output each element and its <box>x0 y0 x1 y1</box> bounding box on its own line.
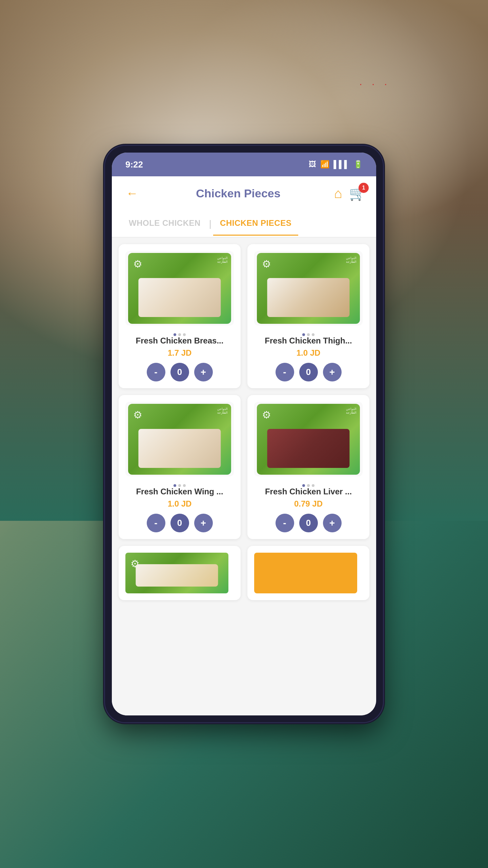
package-breast: ⚙ الدواجنالطازجة <box>128 253 231 324</box>
minus-button-breast[interactable]: - <box>147 363 165 381</box>
indicator-dots-1 <box>174 333 186 336</box>
dot <box>183 333 186 336</box>
battery-icon: 🔋 <box>353 160 363 169</box>
product-price-wing: 1.0 JD <box>168 499 192 509</box>
partial-cards: ⚙ <box>119 546 369 600</box>
minus-button-wing[interactable]: - <box>147 514 165 532</box>
dot <box>183 484 186 487</box>
partial-tray-1 <box>136 564 218 587</box>
quantity-control-liver: - 0 + <box>276 514 342 532</box>
cart-badge: 1 <box>359 183 369 193</box>
product-image-thigh: ⚙ الدواجنالطازجة <box>254 251 363 326</box>
app-header: ← Chicken Pieces ⌂ 🛒 1 <box>112 176 376 210</box>
tray-liver <box>267 429 349 468</box>
quantity-control-thigh: - 0 + <box>276 363 342 381</box>
product-image-breast: ⚙ الدواجنالطازجة <box>125 251 234 326</box>
dot <box>307 333 310 336</box>
quantity-value-thigh: 0 <box>299 363 318 381</box>
windmill-icon-1: ⚙ <box>133 258 142 270</box>
package-wing: ⚙ الدواجنالطازجة <box>128 404 231 475</box>
dot <box>174 333 176 336</box>
partial-card-2 <box>247 546 369 600</box>
status-time: 9:22 <box>125 159 143 170</box>
product-card-chicken-wing: ⚙ الدواجنالطازجة Fresh Chicken Wing ... … <box>119 395 241 539</box>
products-scroll[interactable]: ⚙ الدواجنالطازجة Fresh Chicken Breas... … <box>112 237 376 715</box>
product-name-wing: Fresh Chicken Wing ... <box>125 487 234 496</box>
product-card-chicken-liver: ⚙ الدواجنالطازجة Fresh Chicken Liver ...… <box>247 395 369 539</box>
package-text-3: الدواجنالطازجة <box>217 407 228 415</box>
products-grid: ⚙ الدواجنالطازجة Fresh Chicken Breas... … <box>119 244 369 539</box>
product-name-breast: Fresh Chicken Breas... <box>125 336 234 346</box>
dot <box>302 333 305 336</box>
partial-card-1: ⚙ <box>119 546 241 600</box>
package-text-2: الدواجنالطازجة <box>346 256 357 264</box>
package-thigh: ⚙ الدواجنالطازجة <box>257 253 360 324</box>
product-card-chicken-breast: ⚙ الدواجنالطازجة Fresh Chicken Breas... … <box>119 244 241 388</box>
wifi-icon: 📶 <box>320 160 329 169</box>
windmill-icon-4: ⚙ <box>262 409 271 421</box>
tray-wing <box>138 429 221 468</box>
minus-button-liver[interactable]: - <box>276 514 294 532</box>
plus-button-breast[interactable]: + <box>194 363 213 381</box>
tray-breast <box>138 278 221 317</box>
plus-button-wing[interactable]: + <box>194 514 213 532</box>
quantity-control-wing: - 0 + <box>147 514 213 532</box>
product-image-liver: ⚙ الدواجنالطازجة <box>254 402 363 476</box>
product-price-breast: 1.7 JD <box>168 348 192 358</box>
tray-thigh <box>267 278 349 317</box>
home-icon[interactable]: ⌂ <box>334 186 342 201</box>
quantity-value-wing: 0 <box>170 514 189 532</box>
dot <box>312 484 314 487</box>
page-title: Chicken Pieces <box>142 187 334 200</box>
dot <box>307 484 310 487</box>
status-bar: 9:22 🖼 📶 ▌▌▌ 🔋 <box>112 153 376 176</box>
quantity-control-breast: - 0 + <box>147 363 213 381</box>
cart-button[interactable]: 🛒 1 <box>349 185 366 201</box>
product-name-thigh: Fresh Chicken Thigh... <box>254 336 363 346</box>
gallery-icon: 🖼 <box>309 160 316 169</box>
package-liver: ⚙ الدواجنالطازجة <box>257 404 360 475</box>
back-arrow-icon: ← <box>126 186 138 200</box>
windmill-icon-3: ⚙ <box>133 409 142 421</box>
product-price-thigh: 1.0 JD <box>297 348 321 358</box>
package-text-1: الدواجنالطازجة <box>217 256 228 264</box>
back-button[interactable]: ← <box>122 183 142 203</box>
partial-package-2 <box>254 553 357 593</box>
dot <box>178 333 181 336</box>
product-card-chicken-thigh: ⚙ الدواجنالطازجة Fresh Chicken Thigh... … <box>247 244 369 388</box>
tab-chicken-pieces[interactable]: CHICKEN PIECES <box>213 212 298 236</box>
product-name-liver: Fresh Chicken Liver ... <box>254 487 363 496</box>
signal-icon: ▌▌▌ <box>333 160 349 169</box>
minus-button-thigh[interactable]: - <box>276 363 294 381</box>
plus-button-liver[interactable]: + <box>323 514 342 532</box>
quantity-value-liver: 0 <box>299 514 318 532</box>
plus-button-thigh[interactable]: + <box>323 363 342 381</box>
tabs-container: WHOLE CHICKEN | CHICKEN PIECES <box>112 210 376 237</box>
dot <box>178 484 181 487</box>
tab-divider: | <box>209 218 211 229</box>
tab-whole-chicken[interactable]: WHOLE CHICKEN <box>122 212 207 236</box>
product-price-liver: 0.79 JD <box>294 499 323 509</box>
product-image-wing: ⚙ الدواجنالطازجة <box>125 402 234 476</box>
header-icons: ⌂ 🛒 1 <box>334 185 366 201</box>
dot <box>312 333 314 336</box>
dot <box>174 484 176 487</box>
phone-screen: 9:22 🖼 📶 ▌▌▌ 🔋 ← Chicken Pieces ⌂ 🛒 1 <box>112 153 376 715</box>
indicator-dots-3 <box>174 484 186 487</box>
quantity-value-breast: 0 <box>170 363 189 381</box>
dot <box>302 484 305 487</box>
partial-package-1: ⚙ <box>125 553 228 593</box>
indicator-dots-4 <box>302 484 314 487</box>
status-icons: 🖼 📶 ▌▌▌ 🔋 <box>309 160 363 169</box>
windmill-icon-2: ⚙ <box>262 258 271 270</box>
indicator-dots-2 <box>302 333 314 336</box>
phone-device: 9:22 🖼 📶 ▌▌▌ 🔋 ← Chicken Pieces ⌂ 🛒 1 <box>105 146 383 722</box>
package-text-4: الدواجنالطازجة <box>346 407 357 415</box>
